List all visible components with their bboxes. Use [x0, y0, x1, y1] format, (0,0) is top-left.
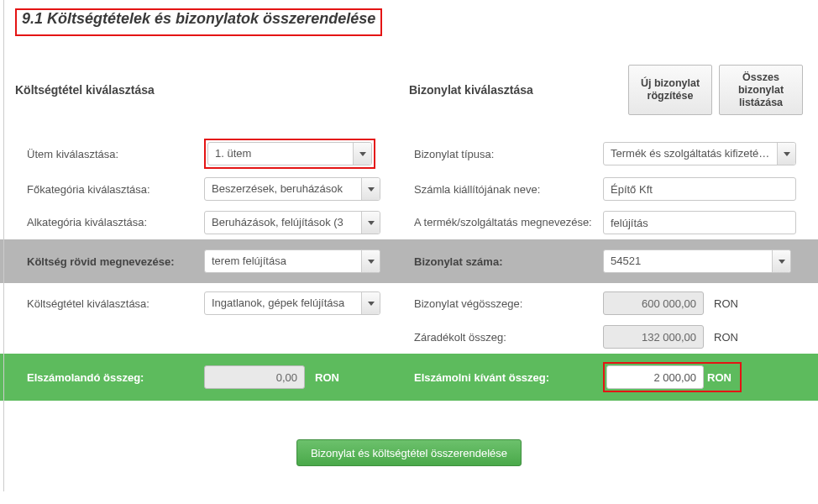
tipus-label: Bizonylat típusa: — [414, 148, 603, 160]
kiallito-input[interactable] — [603, 177, 796, 201]
kivant-label: Elszámolni kívánt összeg: — [414, 371, 603, 384]
utem-select-highlight: 1. ütem — [204, 139, 375, 169]
vegosszeg-value — [603, 291, 704, 315]
bizonylat-szama-select[interactable]: 54521 — [603, 249, 791, 273]
alkategoria-select[interactable]: Beruházások, felújítások (3 — [204, 211, 380, 234]
zaradek-label: Záradékolt összeg: — [414, 331, 603, 344]
section-title: 9.1 Költségtételek és bizonylatok összer… — [15, 8, 382, 36]
elszamolando-value — [204, 365, 305, 389]
rovid-megnevezes-label: Költség rövid megnevezése: — [15, 255, 204, 268]
termek-label: A termék/szolgáltatás megnevezése: — [414, 216, 603, 229]
fokategoria-select[interactable]: Beszerzések, beruházások — [204, 177, 380, 201]
elszamolando-label: Elszámolandó összeg: — [15, 371, 204, 384]
bizonylat-szama-value: 54521 — [603, 249, 791, 273]
new-voucher-button[interactable]: Új bizonylat rögzítése — [628, 65, 712, 115]
currency-label: RON — [714, 331, 743, 344]
vegosszeg-label: Bizonylat végösszege: — [414, 297, 603, 310]
zaradek-value — [603, 325, 704, 349]
termek-input[interactable] — [603, 211, 796, 234]
koltsegtetel-select[interactable]: Ingatlanok, gépek felújítása — [204, 291, 380, 315]
kivant-highlight: RON — [603, 362, 742, 392]
kivant-input[interactable] — [606, 365, 704, 389]
currency-label: RON — [315, 371, 344, 384]
currency-label: RON — [714, 297, 743, 310]
left-column-title: Költségtétel kiválasztása — [15, 83, 409, 97]
rovid-megnevezes-select[interactable]: terem felújítása — [204, 249, 380, 273]
utem-select[interactable]: 1. ütem — [207, 142, 372, 165]
bizonylat-szama-label: Bizonylat száma: — [414, 255, 603, 268]
pair-button[interactable]: Bizonylat és költségtétel összerendelése — [296, 439, 522, 466]
fokategoria-label: Főkategória kiválasztása: — [15, 183, 204, 196]
kiallito-label: Számla kiállítójának neve: — [414, 183, 603, 196]
koltsegtetel-value: Ingatlanok, gépek felújítása — [204, 291, 380, 315]
right-column-title: Bizonylat kiválasztása — [409, 83, 628, 97]
utem-select-value: 1. ütem — [207, 142, 372, 165]
currency-label: RON — [707, 371, 737, 384]
tipus-select[interactable]: Termék és szolgáltatás kifizetése — [603, 142, 796, 165]
left-rule — [3, 0, 4, 491]
utem-label: Ütem kiválasztása: — [15, 148, 204, 160]
alkategoria-label: Alkategória kiválasztása: — [15, 216, 204, 229]
alkategoria-value: Beruházások, felújítások (3 — [204, 211, 380, 234]
list-vouchers-button[interactable]: Összes bizonylat listázása — [719, 65, 803, 115]
rovid-megnevezes-value: terem felújítása — [204, 249, 380, 273]
koltsegtetel-label: Költségtétel kiválasztása: — [15, 297, 204, 310]
tipus-select-value: Termék és szolgáltatás kifizetése — [603, 142, 796, 165]
fokategoria-value: Beszerzések, beruházások — [204, 177, 380, 201]
